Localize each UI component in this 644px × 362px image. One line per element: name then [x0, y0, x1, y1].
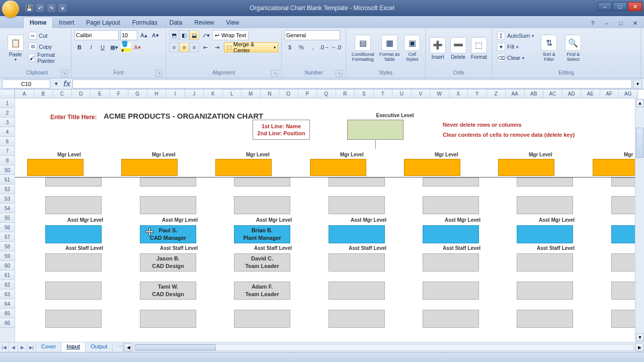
clipboard-launcher[interactable]: ↘: [61, 70, 68, 77]
row-header-6[interactable]: 6: [0, 137, 15, 146]
ribbon-minimize-button[interactable]: –: [602, 18, 612, 28]
window-minimize-button[interactable]: –: [598, 2, 612, 11]
staff-box-r58-c1[interactable]: [45, 253, 102, 272]
row-header-59[interactable]: 59: [0, 251, 15, 261]
window-maximize-button[interactable]: □: [613, 2, 627, 11]
row-header-3[interactable]: 3: [0, 118, 15, 127]
cut-button[interactable]: ✂Cut: [27, 30, 68, 41]
mgr-box-1[interactable]: [27, 159, 84, 176]
row-header-63[interactable]: 63: [0, 290, 15, 299]
inc-decimal-button[interactable]: .0→: [319, 42, 330, 52]
staff-box-r50-c6[interactable]: [517, 177, 573, 187]
window-close-button[interactable]: ✕: [628, 2, 642, 11]
delete-cells-button[interactable]: ➖Delete: [449, 30, 467, 66]
cell-styles-button[interactable]: ▣Cell Styles: [403, 30, 422, 66]
col-header-N[interactable]: N: [261, 89, 280, 99]
office-orb-button[interactable]: [2, 1, 19, 18]
col-header-F[interactable]: F: [110, 89, 129, 99]
staff-box-r52-c6[interactable]: [517, 196, 573, 214]
asst-mgr-box-3[interactable]: Brian B. Plant Manager: [234, 225, 290, 243]
fill-color-button[interactable]: 🪣▾: [121, 42, 131, 52]
col-header-D[interactable]: D: [72, 89, 91, 99]
col-header-K[interactable]: K: [204, 89, 223, 99]
col-header-V[interactable]: V: [412, 89, 431, 99]
staff-box-r64-c2[interactable]: [140, 310, 196, 328]
paste-button[interactable]: 📋 Paste ▾: [6, 30, 25, 66]
dec-indent-button[interactable]: ⇤: [201, 42, 211, 52]
sheet-last-button[interactable]: ▶|: [27, 342, 36, 352]
col-header-P[interactable]: P: [298, 89, 317, 99]
clear-button[interactable]: ⌫Clear▾: [495, 52, 536, 63]
mgr-box-2[interactable]: [121, 159, 178, 176]
row-header-62[interactable]: 62: [0, 280, 15, 290]
col-header-U[interactable]: U: [392, 89, 412, 99]
hscroll-track[interactable]: [134, 344, 634, 351]
qat-save[interactable]: 💾: [25, 4, 33, 12]
vscroll-thumb[interactable]: [636, 128, 643, 158]
qat-redo[interactable]: ↷: [47, 4, 55, 12]
scroll-left-button[interactable]: ◀: [124, 343, 132, 351]
row-header-4[interactable]: 4: [0, 127, 15, 137]
col-header-S[interactable]: S: [355, 89, 374, 99]
copy-button[interactable]: ⧉Copy: [27, 41, 68, 52]
asst-mgr-box-5[interactable]: [423, 225, 479, 243]
comma-format-button[interactable]: ,: [308, 42, 318, 52]
staff-box-r61-c1[interactable]: [45, 282, 102, 300]
col-header-H[interactable]: H: [147, 89, 167, 99]
row-header-7[interactable]: 7: [0, 146, 15, 156]
format-as-table-button[interactable]: ▦Format as Table: [378, 30, 400, 66]
col-header-J[interactable]: J: [185, 89, 204, 99]
fill-button[interactable]: ▼Fill▾: [495, 41, 536, 52]
staff-box-r58-c2[interactable]: Jason B.CAD Design: [140, 253, 196, 272]
asst-mgr-box-6[interactable]: [517, 225, 573, 243]
row-header-54[interactable]: 54: [0, 204, 15, 213]
staff-box-r50-c2[interactable]: [140, 177, 196, 187]
name-box[interactable]: [2, 79, 50, 88]
col-header-Y[interactable]: Y: [468, 89, 487, 99]
staff-box-r52-c5[interactable]: [423, 196, 479, 214]
col-header-AG[interactable]: AG: [619, 89, 638, 99]
staff-box-r64-c3[interactable]: [234, 310, 290, 328]
row-header-56[interactable]: 56: [0, 223, 15, 232]
staff-box-r61-c2[interactable]: Tami W.CAD Design: [140, 282, 196, 300]
staff-box-r58-c6[interactable]: [517, 253, 573, 272]
staff-box-r50-c1[interactable]: [45, 177, 102, 187]
font-family-combo[interactable]: [74, 30, 119, 40]
sheet-prev-button[interactable]: ◀: [9, 342, 18, 352]
inc-indent-button[interactable]: ⇥: [212, 42, 222, 52]
find-select-button[interactable]: 🔍Find & Select: [562, 30, 584, 66]
col-header-I[interactable]: I: [166, 89, 185, 99]
col-header-AA[interactable]: AA: [506, 89, 525, 99]
row-header-64[interactable]: 64: [0, 299, 15, 309]
staff-box-r50-c5[interactable]: [423, 177, 479, 187]
tab-view[interactable]: View: [220, 17, 245, 28]
staff-box-r61-c4[interactable]: [329, 282, 385, 300]
autosum-button[interactable]: ΣAutoSum▾: [495, 30, 536, 41]
asst-mgr-box-4[interactable]: [329, 225, 385, 243]
staff-box-r64-c6[interactable]: [517, 310, 573, 328]
row-header-60[interactable]: 60: [0, 261, 15, 270]
horizontal-scrollbar[interactable]: ◀ ▶: [123, 342, 644, 352]
tab-data[interactable]: Data: [164, 17, 188, 28]
col-header-W[interactable]: W: [430, 89, 449, 99]
number-format-combo[interactable]: [285, 30, 340, 40]
mgr-box-6[interactable]: [498, 159, 554, 176]
row-header-55[interactable]: 55: [0, 213, 15, 223]
col-header-Z[interactable]: Z: [487, 89, 506, 99]
underline-button[interactable]: U: [98, 42, 108, 52]
scroll-down-button[interactable]: ▼: [636, 333, 644, 341]
sheet-next-button[interactable]: ▶: [18, 342, 27, 352]
col-header-B[interactable]: B: [34, 89, 53, 99]
row-header-51[interactable]: 51: [0, 175, 15, 185]
align-bottom-button[interactable]: ⬓: [189, 30, 199, 40]
sort-filter-button[interactable]: ⇅Sort & Filter: [538, 30, 560, 66]
staff-box-r50-c3[interactable]: [234, 177, 290, 187]
font-launcher[interactable]: ↘: [155, 70, 163, 77]
italic-button[interactable]: I: [86, 42, 96, 52]
vertical-scrollbar[interactable]: ▲ ▼: [635, 99, 644, 342]
staff-box-r58-c3[interactable]: David C.Team Leader: [234, 253, 290, 272]
staff-box-r52-c3[interactable]: [234, 196, 290, 214]
align-left-button[interactable]: ≡: [169, 42, 179, 52]
conditional-formatting-button[interactable]: ▤Conditional Formatting: [349, 30, 376, 66]
tab-formulas[interactable]: Formulas: [126, 17, 164, 28]
